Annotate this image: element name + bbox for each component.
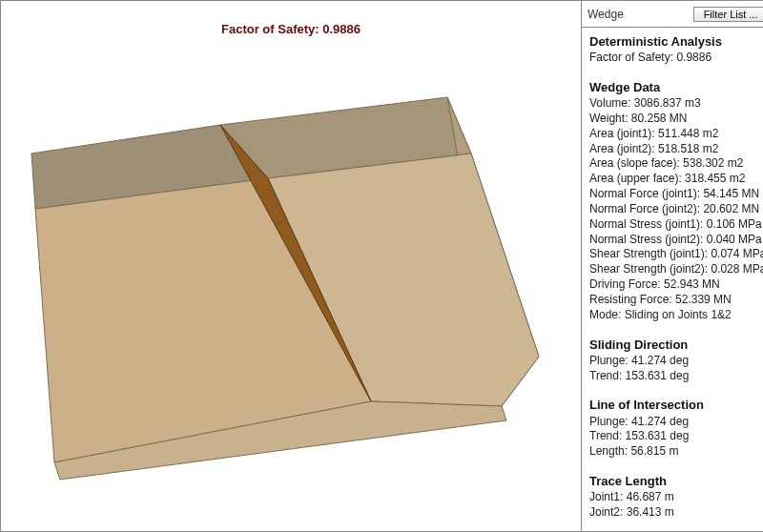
data-row: Trend: 153.631 deg [589,429,763,444]
app-root: Factor of Safety: 0.9886 Wedge Filter Li… [0,0,763,532]
section-sliding-direction: Sliding Direction Plunge: 41.274 deg Tre… [589,337,763,384]
fos-title-prefix: Factor of Safety: [221,22,322,36]
data-row: Joint2: 36.413 m [589,505,763,521]
data-row: Area (joint2): 518.518 m2 [589,142,763,157]
heading-deterministic: Deterministic Analysis [589,33,763,50]
data-row: Normal Stress (joint1): 0.106 MPa [589,217,763,233]
data-row: Shear Strength (joint2): 0.028 MPa [589,262,763,277]
heading-wedge-data: Wedge Data [589,79,763,95]
wedge-3d-viewport[interactable]: Factor of Safety: 0.9886 [0,0,582,532]
info-panel: Deterministic Analysis Factor of Safety:… [582,28,763,531]
data-row: Driving Force: 52.943 MN [589,277,763,293]
data-row: Normal Force (joint2): 20.602 MN [589,202,763,217]
section-wedge-data: Wedge Data Volume: 3086.837 m3 Weight: 8… [589,79,763,323]
data-row: Mode: Sliding on Joints 1&2 [589,308,763,323]
data-row: Resisting Force: 52.339 MN [589,293,763,308]
data-row: Joint1: 46.687 m [589,490,763,505]
data-row: Plunge: 41.274 deg [589,415,763,430]
data-row: Normal Force (joint1): 54.145 MN [589,187,763,202]
heading-sliding-direction: Sliding Direction [589,337,763,353]
side-panel-label: Wedge [588,8,624,21]
section-line-of-intersection: Line of Intersection Plunge: 41.274 deg … [589,397,763,460]
data-row: Length: 56.815 m [589,444,763,460]
data-row: Trend: 153.631 deg [589,369,763,384]
section-trace-length: Trace Length Joint1: 46.687 m Joint2: 36… [589,473,763,521]
fos-title-value: 0.9886 [322,22,361,36]
data-row: Shear Strength (joint1): 0.074 MPa [589,247,763,262]
wedge-3d-render [1,1,581,531]
data-row: Plunge: 41.274 deg [589,354,763,369]
heading-line-of-intersection: Line of Intersection [589,397,763,413]
side-panel-toolbar: Wedge Filter List ... [582,1,763,28]
data-row: Area (joint1): 511.448 m2 [589,127,763,142]
data-row: Weight: 80.258 MN [589,112,763,127]
data-row: Area (slope face): 538.302 m2 [589,156,763,172]
filter-list-button[interactable]: Filter List ... [693,7,763,22]
info-side-panel: Wedge Filter List ... Deterministic Anal… [582,0,763,532]
data-row: Area (upper face): 318.455 m2 [589,172,763,187]
heading-trace-length: Trace Length [589,473,763,489]
data-row: Normal Stress (joint2): 0.040 MPa [589,233,763,248]
fos-row: Factor of Safety: 0.9886 [589,51,763,66]
fos-title: Factor of Safety: 0.9886 [1,22,581,36]
section-deterministic: Deterministic Analysis Factor of Safety:… [589,33,763,66]
data-row: Volume: 3086.837 m3 [589,96,763,112]
